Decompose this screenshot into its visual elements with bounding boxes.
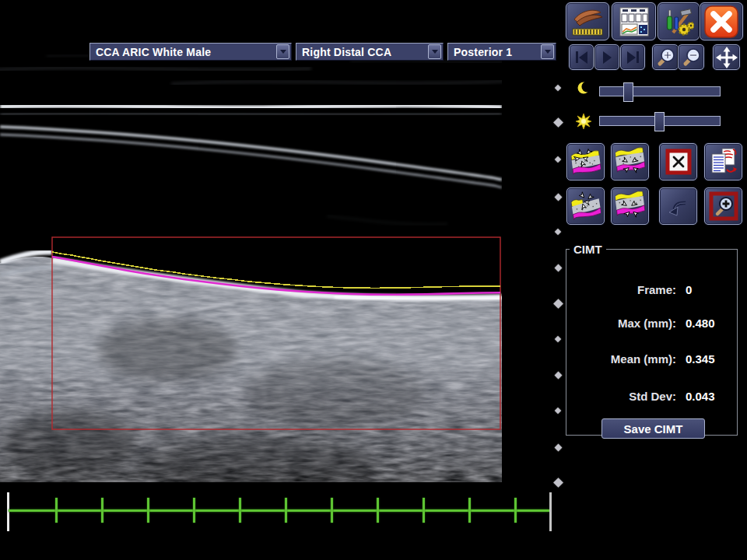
diamond-marker-icon <box>553 117 563 128</box>
close-button[interactable] <box>700 2 743 40</box>
pan-icon <box>716 47 738 68</box>
chevron-down-icon[interactable] <box>541 44 554 59</box>
save-cimt-button[interactable]: Save CIMT <box>601 418 705 439</box>
stddev-label: Std Dev: <box>566 389 676 404</box>
zoom-roi-icon <box>708 191 739 222</box>
diamond-marker-icon <box>553 299 563 309</box>
clear-roi-icon <box>665 148 693 176</box>
undo-icon <box>665 192 693 220</box>
diamond-marker-icon <box>554 264 562 271</box>
report-button[interactable] <box>612 2 656 40</box>
undo-button[interactable] <box>659 187 697 225</box>
contrast-slider-handle[interactable] <box>654 112 665 131</box>
diamond-marker-icon <box>554 443 562 451</box>
mean-value: 0.345 <box>686 352 715 367</box>
detect-near-wall-icon <box>571 147 601 177</box>
diamond-marker-icon <box>555 156 561 163</box>
cimt-stddev-row: Std Dev: 0.043 <box>566 389 737 404</box>
play-icon <box>603 51 612 64</box>
ruler-tick <box>193 498 195 523</box>
brightness-slider[interactable] <box>599 86 721 96</box>
measure-tool-button[interactable] <box>566 2 609 40</box>
ruler-tick <box>514 498 517 523</box>
ruler-tick <box>331 498 333 523</box>
app-window: CCA ARIC White Male Right Distal CCA Pos… <box>0 0 747 560</box>
ruler-tick <box>147 498 149 523</box>
copy-report-icon <box>709 147 738 177</box>
diamond-marker-icon <box>555 336 561 342</box>
detect-far-wall-icon <box>615 147 645 177</box>
copy-report-button[interactable] <box>704 143 742 180</box>
segment-dropdown[interactable]: Right Distal CCA <box>296 43 444 61</box>
frame-value: 0 <box>686 282 692 298</box>
skip-start-button[interactable] <box>569 44 594 70</box>
diamond-marker-icon <box>553 478 563 488</box>
cimt-panel: CIMT Frame: 0 Max (mm): 0.480 Mean (mm):… <box>566 243 738 436</box>
protocol-dropdown[interactable]: CCA ARIC White Male <box>89 43 292 61</box>
brightness-moon-icon <box>577 81 591 95</box>
cimt-mean-row: Mean (mm): 0.345 <box>566 352 737 367</box>
max-label: Max (mm): <box>566 316 676 331</box>
redetect-near-wall-button[interactable] <box>566 187 605 225</box>
detect-far-wall-button[interactable] <box>611 143 649 180</box>
skip-start-icon <box>576 51 587 64</box>
skip-end-icon <box>627 51 639 64</box>
ruler-tick <box>285 498 287 523</box>
zoom-out-button[interactable] <box>678 44 704 70</box>
zoom-roi-button[interactable] <box>704 187 742 225</box>
ruler-tick <box>468 498 471 523</box>
ruler-tick <box>423 498 425 523</box>
diamond-marker-icon <box>555 229 561 235</box>
ruler-tick <box>377 498 379 523</box>
chevron-down-icon[interactable] <box>428 44 441 59</box>
zoom-in-icon <box>654 47 676 68</box>
segment-dropdown-value: Right Distal CCA <box>296 46 428 58</box>
skip-end-button[interactable] <box>620 44 645 70</box>
diamond-marker-icon <box>555 85 561 91</box>
settings-tools-icon <box>663 6 694 37</box>
redetect-far-wall-button[interactable] <box>611 187 649 225</box>
play-button[interactable] <box>594 44 619 70</box>
redetect-far-wall-icon <box>615 191 645 221</box>
frame-label: Frame: <box>566 282 676 298</box>
view-dropdown-value: Posterior 1 <box>448 46 541 58</box>
ruler-tick <box>101 498 103 523</box>
detect-near-wall-button[interactable] <box>566 143 605 180</box>
clear-roi-button[interactable] <box>659 143 697 180</box>
diamond-marker-icon <box>554 371 562 379</box>
close-icon <box>703 5 739 38</box>
protocol-dropdown-value: CCA ARIC White Male <box>90 46 276 58</box>
cimt-panel-legend: CIMT <box>570 243 606 256</box>
mean-label: Mean (mm): <box>566 352 676 367</box>
diamond-marker-icon <box>554 193 562 201</box>
ultrasound-image[interactable] <box>0 39 502 482</box>
contrast-sun-icon <box>575 113 592 130</box>
ruler-tick <box>239 498 241 523</box>
diamond-marker-icon <box>555 408 561 414</box>
settings-tools-button[interactable] <box>658 2 700 40</box>
max-value: 0.480 <box>686 316 715 331</box>
stddev-value: 0.043 <box>686 389 715 404</box>
view-dropdown[interactable]: Posterior 1 <box>447 43 556 61</box>
zoom-out-icon <box>680 47 702 68</box>
ultrasound-render <box>0 39 502 482</box>
redetect-near-wall-icon <box>571 191 601 221</box>
ruler-right-endcap <box>549 492 552 531</box>
brightness-slider-handle[interactable] <box>623 82 633 102</box>
ruler-left-endcap <box>7 492 9 531</box>
report-icon <box>619 6 650 37</box>
chevron-down-icon[interactable] <box>276 44 289 59</box>
ruler-tick <box>55 498 58 523</box>
pan-button[interactable] <box>713 44 740 70</box>
cimt-frame-row: Frame: 0 <box>566 282 737 298</box>
contrast-slider[interactable] <box>599 116 721 126</box>
cimt-max-row: Max (mm): 0.480 <box>566 316 737 331</box>
measure-tool-icon <box>570 6 605 37</box>
zoom-in-button[interactable] <box>652 44 679 70</box>
